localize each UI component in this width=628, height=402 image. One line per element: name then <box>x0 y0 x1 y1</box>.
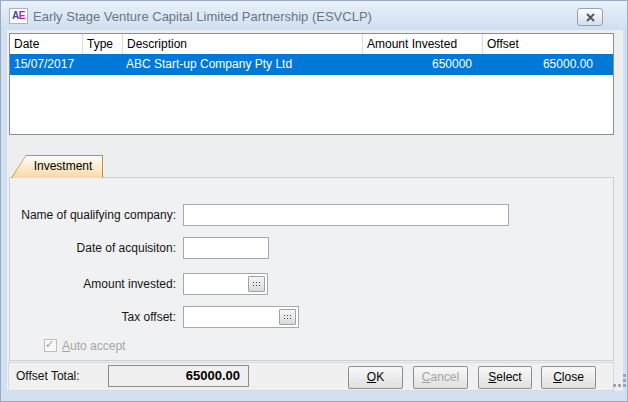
column-header-offset[interactable]: Offset <box>482 34 613 54</box>
check-icon: ✓ <box>45 338 54 351</box>
date-of-acquisition-label: Date of acquisiton: <box>6 241 176 255</box>
cell-type <box>82 54 122 75</box>
tax-offset-label: Tax offset: <box>6 310 176 324</box>
name-of-qualifying-company-input[interactable] <box>186 206 506 224</box>
app-icon-letter-e: E <box>19 10 25 21</box>
investments-table: Date Type Description Amount Invested Of… <box>9 33 614 135</box>
table-row[interactable]: 15/07/2017 ABC Start-up Company Pty Ltd … <box>10 54 613 75</box>
column-header-description[interactable]: Description <box>122 34 362 54</box>
amount-invested-field <box>183 273 268 295</box>
calculator-icon <box>252 281 261 287</box>
titlebar: AE Early Stage Venture Capital Limited P… <box>1 1 627 31</box>
cell-description: ABC Start-up Company Pty Ltd <box>122 54 362 75</box>
amount-invested-input[interactable] <box>186 275 245 293</box>
auto-accept-label: Auto accept <box>62 339 125 353</box>
resize-grip[interactable] <box>612 373 628 389</box>
close-icon <box>586 13 595 22</box>
app-icon-letter-a: A <box>12 10 19 21</box>
amount-invested-calculator-button[interactable] <box>248 276 265 292</box>
name-of-qualifying-company-label: Name of qualifying company: <box>6 208 176 222</box>
app-icon: AE <box>9 8 28 24</box>
tab-investment-details[interactable]: Investment Details <box>11 155 103 178</box>
cancel-button: Cancel <box>413 366 468 389</box>
cell-date: 15/07/2017 <box>10 54 82 75</box>
window-title: Early Stage Venture Capital Limited Part… <box>33 9 372 24</box>
table-header: Date Type Description Amount Invested Of… <box>10 34 613 54</box>
date-of-acquisition-input[interactable] <box>186 239 266 257</box>
tax-offset-input[interactable] <box>186 308 276 326</box>
offset-total-value: 65000.00 <box>108 365 249 387</box>
auto-accept-checkbox: ✓ <box>44 339 57 352</box>
close-button-bottom[interactable]: Close <box>541 366 596 389</box>
date-of-acquisition-field <box>183 237 269 259</box>
column-header-amount-invested[interactable]: Amount Invested <box>362 34 482 54</box>
column-header-type[interactable]: Type <box>82 34 122 54</box>
name-of-qualifying-company-field <box>183 204 509 226</box>
select-button[interactable]: Select <box>478 366 532 389</box>
ok-button[interactable]: OK <box>348 366 403 389</box>
tab-investment-details-label: Investment Details <box>12 156 102 178</box>
dialog-window: AE Early Stage Venture Capital Limited P… <box>0 0 628 402</box>
tax-offset-calculator-button[interactable] <box>279 309 296 325</box>
close-button[interactable] <box>577 8 603 26</box>
column-header-date[interactable]: Date <box>10 34 82 54</box>
offset-total-label: Offset Total: <box>16 369 80 383</box>
calculator-icon <box>283 314 292 320</box>
amount-invested-label: Amount invested: <box>6 277 176 291</box>
tax-offset-field <box>183 306 299 328</box>
cell-offset: 65000.00 <box>482 54 613 75</box>
cell-amount-invested: 650000 <box>362 54 482 75</box>
